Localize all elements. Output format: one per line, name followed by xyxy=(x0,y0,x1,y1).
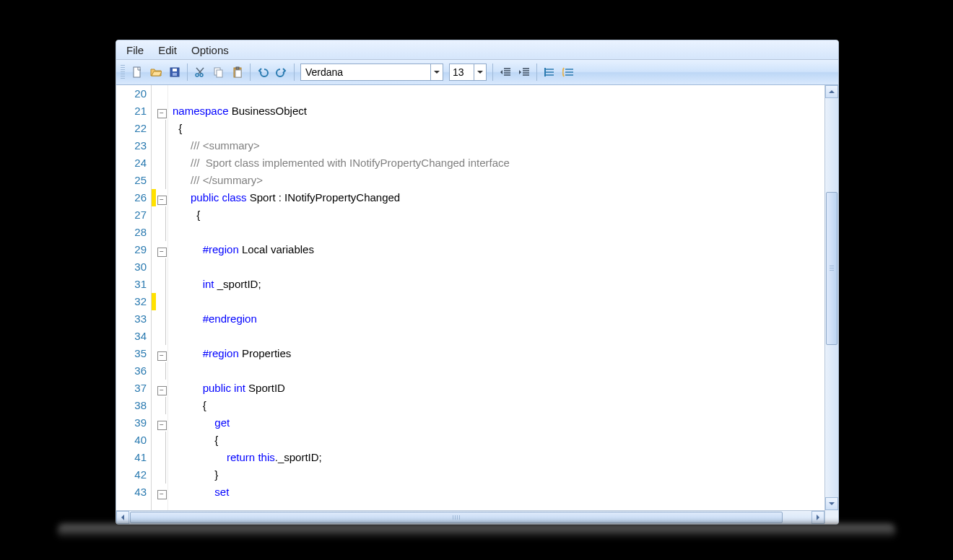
fold-toggle[interactable]: − xyxy=(156,241,167,258)
scroll-right-button[interactable] xyxy=(811,511,824,524)
menu-options[interactable]: Options xyxy=(184,43,236,58)
save-disk-icon xyxy=(169,66,180,78)
new-file-button[interactable] xyxy=(129,64,146,81)
svg-rect-2 xyxy=(173,69,177,71)
code-editor[interactable]: namespace BusinessObject { /// <summary>… xyxy=(168,85,824,510)
line-number: 40 xyxy=(116,432,147,449)
line-number: 27 xyxy=(116,206,147,224)
code-line[interactable]: { xyxy=(173,206,824,224)
svg-rect-7 xyxy=(217,70,222,77)
open-file-button[interactable] xyxy=(147,64,165,81)
line-number: 25 xyxy=(116,172,147,189)
fold-guide xyxy=(156,172,167,189)
line-number: 37 xyxy=(116,380,147,397)
code-line[interactable]: /// </summary> xyxy=(173,172,824,189)
code-line[interactable]: namespace BusinessObject xyxy=(173,102,824,120)
code-line[interactable]: public class Sport : INotifyPropertyChan… xyxy=(173,189,824,206)
code-line[interactable] xyxy=(173,362,824,380)
outdent-button[interactable] xyxy=(497,64,514,81)
scroll-thumb[interactable] xyxy=(130,512,783,523)
svg-rect-10 xyxy=(236,67,239,69)
fold-guide xyxy=(156,466,167,484)
toolbar-separator xyxy=(294,64,295,81)
toolbar-separator xyxy=(492,64,493,81)
paste-button[interactable] xyxy=(229,64,246,81)
code-line[interactable]: set xyxy=(173,484,824,501)
scroll-track[interactable] xyxy=(129,511,811,524)
scroll-down-button[interactable] xyxy=(825,497,838,510)
new-file-icon xyxy=(131,66,143,78)
redo-icon xyxy=(276,66,287,78)
fold-guide xyxy=(156,397,167,414)
line-number: 29 xyxy=(116,241,147,258)
code-line[interactable]: #endregion xyxy=(173,310,824,328)
code-line[interactable]: { xyxy=(173,432,824,449)
code-line[interactable]: } xyxy=(173,466,824,484)
comment-button[interactable] xyxy=(541,64,558,81)
fold-toggle[interactable]: − xyxy=(156,414,167,432)
undo-button[interactable] xyxy=(254,64,271,81)
fold-toggle[interactable]: − xyxy=(156,380,167,397)
line-number: 41 xyxy=(116,449,147,466)
code-line[interactable]: #region Local variables xyxy=(173,241,824,258)
fold-guide xyxy=(156,432,167,449)
scroll-thumb[interactable] xyxy=(826,192,837,345)
code-line[interactable]: { xyxy=(173,120,824,137)
code-line[interactable] xyxy=(173,293,824,310)
chevron-down-icon xyxy=(474,64,486,80)
code-line[interactable]: { xyxy=(173,397,824,414)
scroll-up-button[interactable] xyxy=(825,85,838,98)
fold-toggle[interactable]: − xyxy=(156,484,167,501)
menu-edit[interactable]: Edit xyxy=(151,43,184,58)
fold-guide xyxy=(156,206,167,224)
code-line[interactable]: return this._sportID; xyxy=(173,449,824,466)
line-number: 22 xyxy=(116,120,147,137)
fold-guide xyxy=(156,154,167,172)
code-line[interactable]: /// <summary> xyxy=(173,137,824,154)
code-line[interactable]: public int SportID xyxy=(173,380,824,397)
line-number: 24 xyxy=(116,154,147,172)
line-number: 34 xyxy=(116,328,147,345)
fold-guide xyxy=(156,276,167,293)
code-line[interactable] xyxy=(173,224,824,241)
font-family-select[interactable]: Verdana xyxy=(300,64,443,81)
fold-guide xyxy=(156,85,167,102)
menu-file[interactable]: File xyxy=(119,43,151,58)
code-line[interactable] xyxy=(173,328,824,345)
save-button[interactable] xyxy=(166,64,183,81)
toolbar-grip[interactable] xyxy=(121,65,125,79)
fold-toggle[interactable]: − xyxy=(156,189,167,206)
svg-rect-11 xyxy=(544,68,546,76)
line-number: 42 xyxy=(116,466,147,484)
fold-column[interactable]: −−−−−−− xyxy=(156,85,168,510)
toolbar-separator xyxy=(187,64,188,81)
line-number: 32 xyxy=(116,293,147,310)
chevron-down-icon xyxy=(430,64,443,80)
uncomment-button[interactable] xyxy=(560,64,577,81)
comment-lines-icon xyxy=(544,66,555,78)
code-line[interactable] xyxy=(173,258,824,276)
fold-toggle[interactable]: − xyxy=(156,102,167,120)
indent-button[interactable] xyxy=(515,64,533,81)
editor-window: File Edit Options xyxy=(116,40,839,525)
svg-point-4 xyxy=(196,74,199,76)
code-line[interactable]: get xyxy=(173,414,824,432)
line-number: 35 xyxy=(116,345,147,362)
indent-icon xyxy=(518,66,530,78)
code-line[interactable]: /// Sport class implemented with INotify… xyxy=(173,154,824,172)
vertical-scrollbar[interactable] xyxy=(824,85,838,510)
font-size-select[interactable]: 13 xyxy=(449,64,487,81)
line-number: 20 xyxy=(116,85,147,102)
horizontal-scrollbar[interactable] xyxy=(116,510,824,524)
line-number: 36 xyxy=(116,362,147,380)
scroll-left-button[interactable] xyxy=(116,511,129,524)
fold-toggle[interactable]: − xyxy=(156,345,167,362)
code-line[interactable]: #region Properties xyxy=(173,345,824,362)
redo-button[interactable] xyxy=(273,64,290,81)
code-line[interactable] xyxy=(173,85,824,102)
cut-button[interactable] xyxy=(191,64,209,81)
code-line[interactable]: int _sportID; xyxy=(173,276,824,293)
fold-guide xyxy=(156,120,167,137)
copy-button[interactable] xyxy=(210,64,227,81)
scroll-track[interactable] xyxy=(825,98,838,497)
